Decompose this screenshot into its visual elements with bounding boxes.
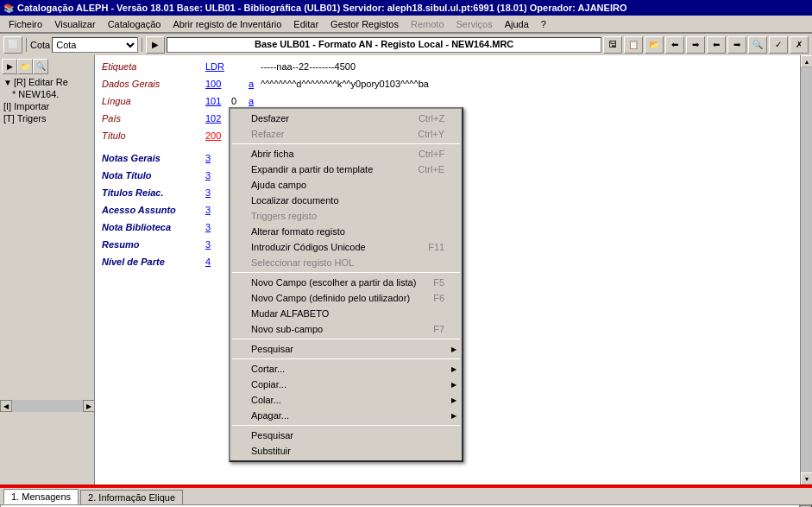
ctx-unicode[interactable]: Introduzir Códigos Unicode F11 xyxy=(230,239,462,255)
field-row-ldr: Etiqueta LDR -----naa--22--------4500 xyxy=(102,59,805,74)
ctx-triggers: Triggers registo xyxy=(230,208,462,224)
ctx-colar-arrow: ▶ xyxy=(451,396,456,404)
field-tag-200[interactable]: 200 xyxy=(205,130,231,141)
ctx-expandir-shortcut: Ctrl+E xyxy=(418,164,444,174)
sidebar-item-editar[interactable]: ▼ [R] Editar Re xyxy=(2,76,92,88)
hscroll-left[interactable]: ◀ xyxy=(0,400,12,412)
toolbar-icon-6[interactable]: ⬅ xyxy=(707,36,726,54)
right-scrollbar: ▲ ▼ xyxy=(800,55,812,485)
ctx-novo-subcampo[interactable]: Novo sub-campo F7 xyxy=(230,321,462,337)
toolbar-btn-1[interactable]: ⬜ xyxy=(3,36,22,54)
field-sub-100[interactable]: a xyxy=(249,79,261,89)
ctx-abrir-shortcut: Ctrl+F xyxy=(419,149,444,159)
scroll-up[interactable]: ▲ xyxy=(801,55,812,67)
ctx-pesquisar-2[interactable]: Pesquisar xyxy=(230,428,462,443)
toolbar-icon-4[interactable]: ⬅ xyxy=(665,36,684,54)
ctx-novo-campo-lista[interactable]: Novo Campo (escolher a partir da lista) … xyxy=(230,275,462,290)
field-label-etiqueta: Etiqueta xyxy=(102,61,205,72)
sidebar: ▶ 📁 🔍 ▼ [R] Editar Re * NEW164. [I] Impo… xyxy=(0,55,95,485)
ctx-sep-3 xyxy=(232,339,460,339)
menu-catalogacao[interactable]: Catalogação xyxy=(103,18,167,30)
ctx-mudar-alfabeto[interactable]: Mudar ALFABETO xyxy=(230,306,462,321)
ctx-apagar[interactable]: Apagar... ▶ xyxy=(230,408,462,423)
ctx-substituir[interactable]: Substituir xyxy=(230,443,462,459)
ctx-localizar[interactable]: Localizar documento xyxy=(230,193,462,208)
expand-icon: ▼ xyxy=(3,78,12,87)
ctx-novo-def-shortcut: F6 xyxy=(433,293,444,303)
menu-ajuda[interactable]: Ajuda xyxy=(500,18,534,30)
title-text: Catalogação ALEPH - Versão 18.01 Base: U… xyxy=(17,3,626,13)
field-tag-titulos[interactable]: 3 xyxy=(205,187,231,198)
bottom-toolbar: ⬜ Cota Cota ▶ Base ULB01 - Formato AN - … xyxy=(0,33,812,55)
sidebar-item-trigers[interactable]: [T] Trigers xyxy=(2,112,92,124)
menu-inventario[interactable]: Abrir registo de Inventário xyxy=(167,18,286,30)
field-label-titulos: Títulos Reiac. xyxy=(102,187,205,198)
toolbar-icon-1[interactable]: 🖫 xyxy=(603,36,622,54)
sidebar-btn-1[interactable]: ▶ xyxy=(2,59,17,74)
sidebar-item-importar[interactable]: [I] Importar xyxy=(2,100,92,112)
toolbar-icon-5[interactable]: ➡ xyxy=(686,36,705,54)
field-label-dados: Dados Gerais xyxy=(102,79,205,89)
field-tag-notas[interactable]: 3 xyxy=(205,153,231,163)
ctx-abrir-ficha[interactable]: Abrir ficha Ctrl+F xyxy=(230,146,462,162)
ctx-substituir-label: Substituir xyxy=(251,446,291,456)
ctx-cortar-label: Cortar... xyxy=(251,364,285,374)
field-tag-nivel[interactable]: 4 xyxy=(205,257,231,267)
field-tag-101[interactable]: 101 xyxy=(205,96,231,106)
ctx-pesquisar1-label: Pesquisar xyxy=(251,344,293,354)
ctx-cortar[interactable]: Cortar... ▶ xyxy=(230,361,462,377)
tab-info-elique[interactable]: 2. Informação Elique xyxy=(80,490,183,504)
ctx-refazer-label: Refazer xyxy=(251,129,285,139)
menu-ficheiro[interactable]: Ficheiro xyxy=(3,18,47,30)
ctx-expandir[interactable]: Expandir a partir do template Ctrl+E xyxy=(230,162,462,177)
field-tag-100[interactable]: 100 xyxy=(205,79,231,89)
toolbar-icon-3[interactable]: 📂 xyxy=(645,36,664,54)
ctx-copiar-label: Copiar... xyxy=(251,379,286,390)
field-tag-nota-titulo[interactable]: 3 xyxy=(205,170,231,181)
hscroll-right[interactable]: ▶ xyxy=(83,400,95,412)
ctx-novo-campo-def[interactable]: Novo Campo (definido pelo utilizador) F6 xyxy=(230,290,462,306)
address-spacer: Base ULB01 - Formato AN - Registo Local … xyxy=(167,37,601,53)
sidebar-btn-3[interactable]: 🔍 xyxy=(33,59,48,74)
ctx-ajuda-campo[interactable]: Ajuda campo xyxy=(230,177,462,193)
field-tag-resumo[interactable]: 3 xyxy=(205,239,231,250)
toolbar-icon-10[interactable]: ✗ xyxy=(790,36,809,54)
field-sub-101[interactable]: a xyxy=(249,96,261,106)
field-row-100: Dados Gerais 100 a ^^^^^^^^d^^^^^^^^k^^y… xyxy=(102,76,805,92)
ctx-cortar-arrow: ▶ xyxy=(451,365,456,373)
ctx-novo-lista-label: Novo Campo (escolher a partir da lista) xyxy=(251,277,416,288)
menu-gestor[interactable]: Gestor Registos xyxy=(325,18,404,30)
ctx-alterar-formato[interactable]: Alterar formato registo xyxy=(230,224,462,239)
ctx-subcampo-shortcut: F7 xyxy=(433,324,444,334)
ctx-localizar-label: Localizar documento xyxy=(251,195,339,206)
toolbar-icon-2[interactable]: 📋 xyxy=(624,36,643,54)
cota-select[interactable]: Cota xyxy=(52,37,138,53)
ctx-copiar[interactable]: Copiar... ▶ xyxy=(230,377,462,392)
nav-forward[interactable]: ▶ xyxy=(146,36,165,54)
field-tag-102[interactable]: 102 xyxy=(205,113,231,124)
field-value-100: ^^^^^^^^d^^^^^^^^k^^y0pory0103^^^^ba xyxy=(261,79,805,89)
sidebar-toolbar: ▶ 📁 🔍 xyxy=(2,59,92,74)
toolbar-icon-9[interactable]: ✓ xyxy=(769,36,788,54)
ctx-refazer-shortcut: Ctrl+Y xyxy=(418,129,444,139)
ctx-desfazer[interactable]: Desfazer Ctrl+Z xyxy=(230,111,462,126)
ctx-pesquisar-1[interactable]: Pesquisar ▶ xyxy=(230,341,462,357)
menu-visualizar[interactable]: Visualizar xyxy=(49,18,101,30)
sidebar-btn-2[interactable]: 📁 xyxy=(17,59,33,74)
ctx-sep-1 xyxy=(232,143,460,144)
toolbar-icon-8[interactable]: 🔍 xyxy=(748,36,767,54)
menu-editar[interactable]: Editar xyxy=(288,18,324,30)
hscroll-track xyxy=(12,400,83,412)
scroll-down[interactable]: ▼ xyxy=(801,472,812,485)
field-tag-acesso[interactable]: 3 xyxy=(205,205,231,215)
ctx-subcampo-label: Novo sub-campo xyxy=(251,324,323,334)
field-tag-nota-bib[interactable]: 3 xyxy=(205,222,231,232)
field-tag-ldr[interactable]: LDR xyxy=(205,61,231,72)
tab-mensagens[interactable]: 1. Mensagens xyxy=(3,489,79,504)
toolbar-icon-7[interactable]: ➡ xyxy=(727,36,746,54)
menu-help-icon[interactable]: ? xyxy=(536,18,551,30)
ctx-novo-def-label: Novo Campo (definido pelo utilizador) xyxy=(251,293,410,303)
ctx-colar[interactable]: Colar... ▶ xyxy=(230,392,462,408)
ctx-unicode-label: Introduzir Códigos Unicode xyxy=(251,242,366,252)
sidebar-item-new164[interactable]: * NEW164. xyxy=(2,88,92,100)
